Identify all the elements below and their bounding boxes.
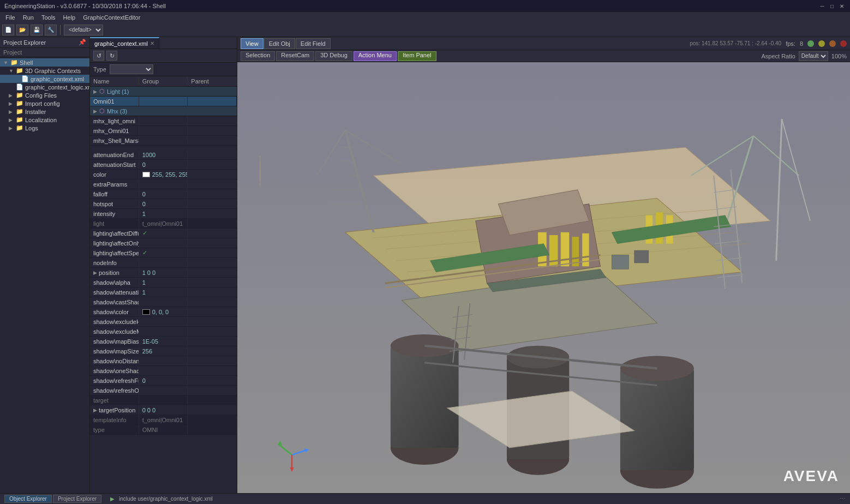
prop-light[interactable]: light t_omni|Omni01 (90, 219, 237, 229)
prop-shadow-refresh-humans[interactable]: shadow\refreshOnHumans (90, 386, 237, 395)
prop-hotspot[interactable]: hotspot 0 (90, 199, 237, 209)
prop-shadow-attenuation[interactable]: shadow\attenuation 1 (90, 287, 237, 297)
minimize-button[interactable]: ─ (818, 2, 826, 10)
tab-gc-xml-close[interactable]: ✕ (150, 40, 154, 46)
edit-obj-btn[interactable]: Edit Obj (264, 38, 295, 49)
group-mhx[interactable]: ▶ ⬡ Mhx (3) (90, 106, 237, 116)
action-menu-btn[interactable]: Action Menu (354, 51, 397, 61)
vp-fps-value: 8 (800, 40, 803, 47)
prop-affect-specular[interactable]: lighting\affectSpecular ✓ (90, 248, 237, 258)
toolbar-new-btn[interactable]: 📄 (2, 25, 14, 35)
expand-import[interactable]: ▶ (9, 101, 14, 106)
tabs-bar: graphic_context.xml ✕ (90, 37, 237, 49)
prop-shadow-meshes[interactable]: shadow\excludeMeshes (90, 327, 237, 337)
refresh-btn[interactable]: ↺ (93, 51, 104, 61)
menu-run[interactable]: Run (20, 14, 37, 21)
prop-omni01-group (139, 97, 188, 106)
menu-file[interactable]: File (2, 14, 19, 21)
tree-item-shell[interactable]: ▼ 📁 Shell (0, 58, 89, 67)
tab-gc-xml[interactable]: graphic_context.xml ✕ (90, 37, 159, 49)
prop-mhx-omni01-group (139, 126, 188, 135)
bottom-tab-project-explorer[interactable]: Project Explorer (53, 495, 101, 503)
edit-field-btn[interactable]: Edit Field (296, 38, 331, 49)
prop-omni01[interactable]: Omni01 (90, 97, 237, 106)
prop-node-info[interactable]: nodeInfo (90, 258, 237, 268)
reset-cam-btn[interactable]: ResetCam (276, 51, 314, 61)
viewport-3d[interactable]: AVEVA (237, 62, 850, 493)
prop-extra-params[interactable]: extraParams (90, 179, 237, 189)
prop-shadow-alpha[interactable]: shadow\alpha 1 (90, 278, 237, 287)
prop-shadow-color[interactable]: shadow\color 0, 0, 0 (90, 307, 237, 317)
view-btn[interactable]: View (241, 38, 264, 49)
prop-type[interactable]: type OMNI (90, 425, 237, 435)
prop-attenuation-start[interactable]: attenuationStart 0 (90, 160, 237, 170)
aspect-combo[interactable]: Default (799, 51, 828, 61)
prop-shadow-no-dist[interactable]: shadow\noDistanceTest (90, 356, 237, 366)
prop-mhx-light-parent (188, 116, 237, 125)
toolbar-extra-btn[interactable]: 🔧 (45, 25, 57, 35)
prop-shadow-cast[interactable]: shadow\castShadows (90, 297, 237, 307)
project-tree: ▼ 📁 Shell ▼ 📁 3D Graphic Contexts 📄 grap… (0, 57, 89, 493)
tree-item-3d-graphic-contexts[interactable]: ▼ 📁 3D Graphic Contexts (0, 67, 89, 75)
tree-item-gc-logic-xml[interactable]: 📄 graphic_context_logic.xml (0, 83, 89, 91)
tree-item-installer[interactable]: ▶ 📁 Installer (0, 107, 89, 116)
prop-mhx-omni01[interactable]: mhx_Omni01 (90, 126, 237, 136)
toolbar-open-btn[interactable]: 📂 (16, 25, 28, 35)
prop-mhx-shell[interactable]: mhx_Shell_Mars8_Co... (90, 136, 237, 146)
expand-localization[interactable]: ▶ (9, 117, 14, 123)
type-combo[interactable] (110, 64, 153, 74)
close-button[interactable]: ✕ (838, 2, 846, 10)
expand-config[interactable]: ▶ (9, 93, 14, 98)
item-panel-btn[interactable]: Item Panel (398, 51, 436, 61)
prop-intensity[interactable]: intensity 1 (90, 209, 237, 219)
svg-line-64 (717, 275, 743, 278)
refresh2-btn[interactable]: ↻ (106, 51, 117, 61)
expand-shell[interactable]: ▼ (3, 60, 9, 65)
expand-installer[interactable]: ▶ (9, 109, 14, 115)
prop-shadow-humans[interactable]: shadow\excludeHumans (90, 317, 237, 327)
expand-logs[interactable]: ▶ (9, 125, 14, 131)
prop-mhx-light[interactable]: mhx_light_omni (90, 116, 237, 126)
bottom-options-btn[interactable]: ⋯ (840, 495, 846, 502)
prop-affect-diffuse[interactable]: lighting\affectDiffuse ✓ (90, 229, 237, 238)
expand-3d-gc[interactable]: ▼ (9, 68, 14, 74)
prop-falloff[interactable]: falloff 0 (90, 189, 237, 199)
tree-item-localization[interactable]: ▶ 📁 Localization (0, 116, 89, 124)
tree-item-config-files[interactable]: ▶ 📁 Config Files (0, 91, 89, 99)
prop-target[interactable]: target (90, 395, 237, 405)
prop-color[interactable]: color 255, 255, 255 (90, 170, 237, 179)
toolbar-context-combo[interactable]: <default> (64, 25, 103, 35)
view-btn-group: View Edit Obj Edit Field (241, 38, 331, 49)
prop-position[interactable]: ▶position 1 0 0 (90, 268, 237, 278)
prop-shadow-map-bias[interactable]: shadow\mapBias 1E-05 (90, 337, 237, 346)
toolbar-save-btn[interactable]: 💾 (31, 25, 43, 35)
menubar: File Run Tools Help GraphicContextEditor (0, 12, 850, 23)
prop-shadow-map-size[interactable]: shadow\mapSize 256 (90, 346, 237, 356)
installer-label: Installer (25, 109, 46, 115)
bottom-tab-object-explorer[interactable]: Object Explorer (4, 495, 52, 503)
group-light[interactable]: ▶ ⬡ Light (1) (90, 87, 237, 97)
tree-item-gc-xml[interactable]: 📄 graphic_context.xml (0, 75, 89, 83)
prop-shadow-one-per-obj[interactable]: shadow\oneShadowPerObject (90, 366, 237, 376)
prop-attenuation-end[interactable]: attenuationEnd 1000 (90, 150, 237, 160)
vp-fps-label: fps: (786, 40, 795, 47)
prop-target-position[interactable]: ▶targetPosition 0 0 0 (90, 405, 237, 415)
menu-help[interactable]: Help (60, 14, 79, 21)
prop-template-info[interactable]: templateInfo t_omni|Omni01 (90, 415, 237, 425)
menu-graphic-context-editor[interactable]: GraphicContextEditor (80, 14, 143, 21)
selection-btn[interactable]: Selection (241, 51, 275, 61)
prop-shadow-refresh-rate[interactable]: shadow\refreshFrameRate 0 (90, 376, 237, 386)
prop-affect-only-assigned[interactable]: lighting\affectOnlyIfAssigned (90, 238, 237, 248)
menu-tools[interactable]: Tools (38, 14, 59, 21)
props-list: ▶ ⬡ Light (1) Omni01 ▶ ⬡ Mhx (3) mhx_lig… (90, 87, 237, 493)
shadow-color-swatch (142, 309, 150, 315)
svg-marker-56 (447, 391, 634, 448)
project-explorer-pin[interactable]: 📌 (79, 39, 86, 46)
prop-mhx-omni01-parent (188, 126, 237, 135)
tree-item-import-config[interactable]: ▶ 📁 Import config (0, 99, 89, 107)
tree-item-logs[interactable]: ▶ 📁 Logs (0, 124, 89, 132)
vp-info-right: pos: 141.82 53.57 -75.71 : -2.64 -0.40 f… (690, 40, 847, 47)
group-mhx-icon: ▶ (93, 109, 97, 114)
debug-3d-btn[interactable]: 3D Debug (315, 51, 352, 61)
maximize-button[interactable]: □ (828, 2, 836, 10)
